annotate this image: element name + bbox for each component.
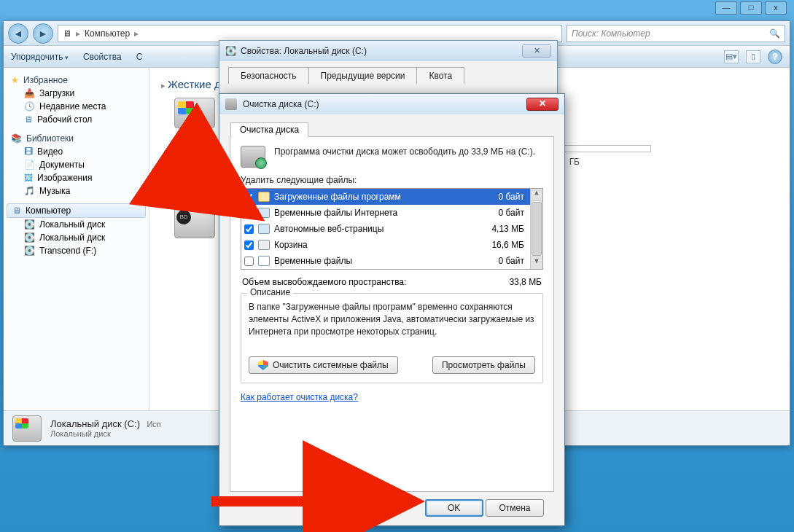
file-name: Корзина [274, 240, 470, 250]
hdd-icon [12, 415, 42, 442]
sidebar-favorites-header[interactable]: ★Избранное [7, 74, 146, 87]
file-name: Временные файлы Интернета [274, 208, 470, 218]
file-checkbox[interactable] [244, 192, 254, 202]
star-icon: ★ [11, 75, 19, 85]
file-type-icon [258, 240, 270, 250]
status-subtitle: Локальный диск [50, 429, 161, 438]
scroll-down-button[interactable]: ▼ [531, 257, 542, 269]
description-group: Описание В папке "Загруженные файлы прог… [241, 293, 543, 383]
sidebar-libraries-header[interactable]: 📚Библиотеки [7, 132, 146, 145]
pictures-icon: 🖼 [24, 173, 33, 183]
help-button[interactable]: ? [768, 50, 782, 64]
tab-security[interactable]: Безопасность [228, 67, 309, 84]
properties-tabs: Безопасность Предыдущие версии Квота [219, 61, 557, 84]
status-used-label: Исп [147, 420, 160, 429]
file-list-row[interactable]: Временные файлы Интернета0 байт [241, 205, 530, 221]
close-button[interactable]: ✕ [522, 44, 551, 58]
sidebar-item-desktop[interactable]: 🖥Рабочий стол [7, 113, 146, 126]
nav-forward-button[interactable]: ► [33, 23, 53, 44]
bd-drive-icon [174, 208, 215, 238]
shield-icon [258, 360, 268, 370]
tab-quota[interactable]: Квота [416, 67, 464, 84]
status-title: Локальный диск (C:) [50, 418, 140, 429]
view-mode-button[interactable]: ▤▾ [724, 50, 739, 63]
sidebar-item-documents[interactable]: 📄Документы [7, 158, 146, 171]
drive-free-unit: ГБ [569, 157, 580, 167]
file-list-row[interactable]: Временные файлы0 байт [241, 253, 530, 269]
file-checkbox[interactable] [244, 208, 254, 218]
computer-icon: 🖥 [12, 206, 21, 216]
sidebar-item-videos[interactable]: 🎞Видео [7, 145, 146, 158]
ok-button[interactable]: OK [425, 499, 483, 517]
sidebar-item-pictures[interactable]: 🖼Изображения [7, 171, 146, 184]
sidebar-item-recent[interactable]: 🕓Недавние места [7, 100, 146, 113]
cleanup-tab-control: Очистка диска Программа очистки диска мо… [230, 136, 554, 492]
explorer-sidebar: ★Избранное 📥Загрузки 🕓Недавние места 🖥Ра… [4, 68, 149, 410]
file-type-icon [258, 224, 270, 234]
organize-menu[interactable]: Упорядочить [11, 52, 69, 62]
help-link[interactable]: Как работает очистка диска? [241, 392, 358, 402]
dialog-footer: OK Отмена [230, 492, 554, 517]
hdd-icon [174, 98, 215, 128]
file-size: 16,6 МБ [475, 240, 527, 250]
chevron-right-icon: ▸ [134, 28, 139, 39]
sidebar-item-transcend[interactable]: 💽Transcend (F:) [7, 244, 146, 257]
disk-cleanup-icon [241, 146, 265, 168]
hdd-icon: 💽 [24, 232, 35, 243]
file-name: Автономные веб-страницы [274, 224, 470, 234]
scrollbar[interactable]: ▲ ▼ [530, 189, 542, 269]
toolbar-item-truncated[interactable]: С [136, 52, 143, 62]
properties-title: Свойства: Локальный диск (C:) [241, 46, 367, 56]
sidebar-item-local-disk[interactable]: 💽Локальный диск [7, 231, 146, 244]
maximize-button[interactable]: □ [740, 1, 762, 15]
summary-value: 33,8 МБ [509, 277, 542, 287]
folder-icon: 📥 [24, 88, 35, 98]
file-name: Временные файлы [274, 256, 470, 266]
clean-system-files-button[interactable]: Очистить системные файлы [249, 356, 398, 374]
view-files-button[interactable]: Просмотреть файлы [432, 356, 535, 374]
cancel-button[interactable]: Отмена [486, 499, 544, 517]
sidebar-item-computer[interactable]: 🖥Компьютер [7, 203, 146, 218]
description-text: В папке "Загруженные файлы программ" вре… [249, 301, 535, 348]
address-bar[interactable]: 🖥 ▸ Компьютер ▸ [58, 25, 562, 42]
file-type-icon [258, 192, 270, 202]
music-icon: 🎵 [24, 186, 35, 196]
file-checkbox[interactable] [244, 224, 254, 234]
search-box[interactable]: Поиск: Компьютер 🔍 [567, 25, 785, 42]
file-list-row[interactable]: Загруженные файлы программ0 байт [241, 189, 530, 205]
tab-previous-versions[interactable]: Предыдущие версии [308, 67, 418, 84]
file-checkbox[interactable] [244, 240, 254, 250]
scroll-up-button[interactable]: ▲ [531, 189, 542, 201]
description-title: Описание [247, 287, 293, 297]
address-location: Компьютер [85, 28, 130, 39]
hdd-icon: 💽 [24, 219, 35, 230]
cleanup-titlebar[interactable]: Очистка диска (C:) ✕ [219, 94, 564, 114]
file-size: 4,13 МБ [475, 224, 527, 234]
sidebar-item-local-disk[interactable]: 💽Локальный диск [7, 218, 146, 231]
file-list-row[interactable]: Корзина16,6 МБ [241, 237, 530, 253]
delete-files-label: Удалить следующие файлы: [241, 175, 543, 185]
close-button[interactable]: ✕ [526, 98, 558, 111]
nav-back-button[interactable]: ◄ [8, 23, 28, 44]
recent-icon: 🕓 [24, 101, 35, 112]
file-list-row[interactable]: Автономные веб-страницы4,13 МБ [241, 221, 530, 237]
close-button[interactable]: x [765, 1, 787, 15]
hdd-icon [174, 143, 215, 173]
disk-cleanup-dialog: Очистка диска (C:) ✕ Очистка диска Прогр… [219, 93, 565, 526]
cleanup-title: Очистка диска (C:) [243, 99, 319, 109]
file-list: Загруженные файлы программ0 байтВременны… [241, 188, 543, 270]
document-icon: 📄 [24, 160, 35, 170]
minimize-button[interactable]: — [715, 1, 737, 15]
preview-pane-button[interactable]: ▯ [746, 50, 760, 63]
file-checkbox[interactable] [244, 257, 254, 266]
computer-icon: 🖥 [63, 28, 71, 39]
hdd-icon: 💽 [24, 246, 35, 256]
sidebar-item-downloads[interactable]: 📥Загрузки [7, 87, 146, 100]
scroll-thumb[interactable] [532, 202, 542, 256]
disk-cleanup-icon [225, 98, 237, 110]
properties-titlebar[interactable]: 💽 Свойства: Локальный диск (C:) ✕ [219, 41, 557, 61]
tab-disk-cleanup[interactable]: Очистка диска [230, 122, 308, 137]
properties-button[interactable]: Свойства [83, 52, 122, 62]
file-name: Загруженные файлы программ [274, 192, 470, 202]
sidebar-item-music[interactable]: 🎵Музыка [7, 184, 146, 197]
